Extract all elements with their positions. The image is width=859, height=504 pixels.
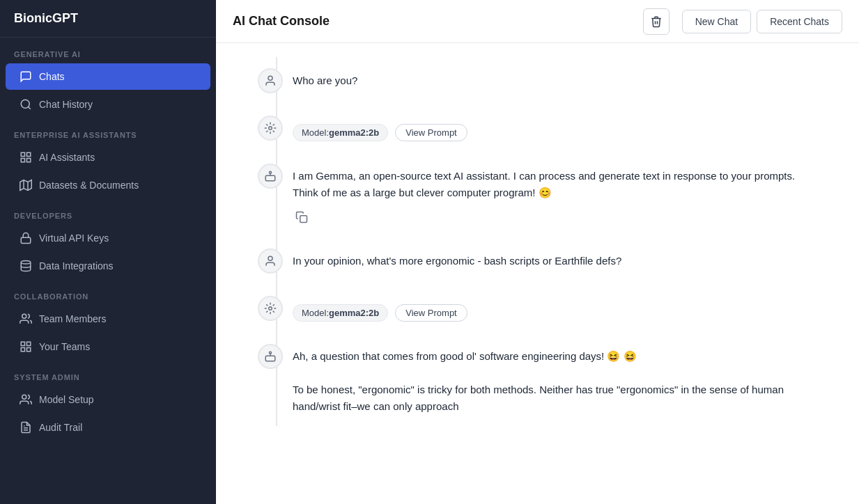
section-label-developers: Developers	[0, 199, 216, 224]
team-members-icon	[20, 313, 32, 325]
model-info-content-1: Model:gemma2:2b View Prompt	[293, 116, 803, 141]
model-setup-icon	[20, 393, 32, 406]
your-teams-icon	[20, 340, 32, 353]
chat-timeline: Who are you? Model:gemma2:2b View Prompt	[216, 57, 859, 426]
svg-rect-4	[21, 159, 24, 162]
model-avatar-2	[258, 296, 283, 321]
chats-icon	[20, 70, 32, 83]
bot-icon-1	[264, 170, 277, 182]
sidebar-item-ai-assistants[interactable]: AI Assistants	[6, 144, 210, 171]
user-message-2: In your opinion, what's more ergonomic -…	[293, 249, 803, 269]
data-integrations-label: Data Integrations	[39, 260, 114, 271]
copy-button-1[interactable]	[293, 208, 311, 226]
model-row-2: Model:gemma2:2b View Prompt	[293, 300, 803, 322]
key-icon-2	[264, 302, 277, 315]
ai-assistants-label: AI Assistants	[39, 152, 95, 163]
user-icon-2	[264, 255, 277, 267]
user-icon	[264, 74, 277, 87]
bot-icon-2	[264, 350, 277, 363]
sidebar-item-model-setup[interactable]: Model Setup	[6, 386, 210, 413]
copy-icon-1	[295, 211, 308, 223]
svg-point-10	[22, 314, 26, 318]
svg-point-9	[21, 261, 31, 265]
view-prompt-button-2[interactable]: View Prompt	[395, 304, 467, 322]
svg-point-25	[268, 256, 272, 260]
audit-trail-icon	[20, 421, 32, 434]
model-badge-2: Model:gemma2:2b	[293, 304, 388, 322]
svg-point-19	[269, 127, 272, 130]
svg-point-26	[269, 307, 272, 310]
svg-point-0	[21, 100, 29, 108]
chats-label: Chats	[39, 71, 65, 82]
your-teams-label: Your Teams	[39, 341, 90, 352]
chat-history-icon	[20, 98, 32, 111]
page-title: AI Chat Console	[233, 14, 643, 29]
assistant-avatar-2	[258, 344, 283, 369]
sidebar-item-team-members[interactable]: Team Members	[6, 306, 210, 332]
model-info-row-1: Model:gemma2:2b View Prompt	[258, 104, 803, 152]
header-actions: New Chat Recent Chats	[643, 8, 842, 35]
svg-marker-5	[20, 180, 32, 191]
sidebar-item-data-integrations[interactable]: Data Integrations	[6, 253, 210, 279]
chat-history-label: Chat History	[39, 99, 93, 110]
svg-rect-11	[21, 342, 24, 345]
chat-entry-user-1: Who are you?	[258, 57, 803, 104]
section-label-collaboration: Collaboration	[0, 280, 216, 305]
sidebar-item-chats[interactable]: Chats	[6, 63, 210, 90]
model-info-row-2: Model:gemma2:2b View Prompt	[258, 285, 803, 333]
model-row-1: Model:gemma2:2b View Prompt	[293, 120, 803, 141]
chat-entry-user-2: In your opinion, what's more ergonomic -…	[258, 237, 803, 285]
delete-chat-button[interactable]	[643, 8, 670, 35]
svg-rect-13	[27, 348, 31, 352]
new-chat-button[interactable]: New Chat	[682, 10, 751, 33]
user-avatar-1	[258, 68, 283, 93]
svg-rect-20	[265, 175, 275, 181]
assistant-avatar-1	[258, 164, 283, 189]
section-label-system-admin: System Admin	[0, 361, 216, 386]
team-members-label: Team Members	[39, 313, 106, 324]
svg-rect-8	[21, 237, 31, 243]
svg-point-15	[22, 395, 26, 399]
view-prompt-button-1[interactable]: View Prompt	[395, 124, 467, 141]
datasets-label: Datasets & Documents	[39, 180, 139, 191]
chat-entry-assistant-2: Ah, a question that comes from good ol' …	[258, 333, 803, 426]
svg-point-21	[270, 171, 272, 173]
data-integrations-icon	[20, 260, 32, 272]
ai-assistants-icon	[20, 151, 32, 164]
trash-icon	[650, 15, 663, 28]
app-logo: BionicGPT	[0, 0, 216, 38]
api-keys-icon	[20, 232, 32, 244]
audit-trail-label: Audit Trail	[39, 422, 82, 433]
model-info-content-2: Model:gemma2:2b View Prompt	[293, 296, 803, 322]
svg-rect-3	[27, 159, 31, 162]
svg-point-28	[270, 352, 272, 354]
sidebar-item-audit-trail[interactable]: Audit Trail	[6, 414, 210, 441]
chat-area[interactable]: Who are you? Model:gemma2:2b View Prompt	[216, 43, 859, 504]
svg-rect-12	[27, 342, 31, 345]
svg-rect-14	[21, 348, 24, 352]
svg-rect-1	[21, 152, 24, 156]
svg-rect-27	[265, 356, 275, 361]
model-badge-1: Model:gemma2:2b	[293, 124, 388, 141]
user-message-text-1: Who are you?	[293, 72, 803, 89]
user-message-1: Who are you?	[293, 68, 803, 89]
sidebar: BionicGPT Generative AI Chats Chat Histo…	[0, 0, 216, 504]
sidebar-item-your-teams[interactable]: Your Teams	[6, 333, 210, 360]
datasets-icon	[20, 179, 32, 191]
header: AI Chat Console New Chat Recent Chats	[216, 0, 859, 43]
chat-entry-assistant-1: I am Gemma, an open-source text AI assis…	[258, 152, 803, 237]
model-setup-label: Model Setup	[39, 394, 94, 405]
assistant-message-text-2: Ah, a question that comes from good ol' …	[293, 348, 803, 415]
user-message-text-2: In your opinion, what's more ergonomic -…	[293, 253, 803, 269]
sidebar-item-chat-history[interactable]: Chat History	[6, 91, 210, 118]
svg-rect-24	[300, 216, 307, 223]
main-content: AI Chat Console New Chat Recent Chats Wh…	[216, 0, 859, 504]
user-avatar-2	[258, 249, 283, 274]
assistant-message-text-1: I am Gemma, an open-source text AI assis…	[293, 168, 803, 201]
sidebar-item-datasets[interactable]: Datasets & Documents	[6, 172, 210, 198]
key-icon-1	[264, 122, 277, 134]
sidebar-item-virtual-api-keys[interactable]: Virtual API Keys	[6, 225, 210, 251]
assistant-message-2: Ah, a question that comes from good ol' …	[293, 344, 803, 415]
recent-chats-button[interactable]: Recent Chats	[757, 10, 842, 33]
model-avatar-1	[258, 116, 283, 141]
